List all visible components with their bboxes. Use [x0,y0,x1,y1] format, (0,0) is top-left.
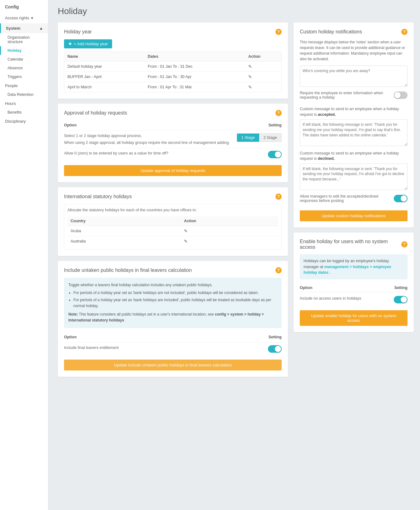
holiday-year-table-scroll[interactable]: Name Dates Action Default holiday year F… [64,51,282,92]
untaken-headers-row: Option Setting [64,332,282,343]
approval-help-icon[interactable]: ? [275,110,282,116]
stage-1-button[interactable]: 1 Stage [237,134,259,142]
sidebar-item-disciplinary[interactable]: Disciplinary [0,117,48,126]
custom-notifications-help-icon[interactable]: ? [401,29,408,35]
holiday-year-header: Holiday year ? [64,29,282,35]
sidebar-item-benefits[interactable]: Benefits [0,108,48,117]
add-holiday-year-button[interactable]: ✚ + Add Holiday year [64,39,112,48]
holiday-year-action[interactable]: ✎ [245,72,281,82]
approval-stage-row: Select 1 or 2 stage holiday approval pro… [64,131,282,148]
holiday-year-action[interactable]: ✎ [245,61,281,72]
sidebar-item-people[interactable]: People [0,81,48,90]
stage-2-button[interactable]: 2 Stage [259,134,281,142]
untaken-toggle-thumb [275,346,281,352]
untaken-title: Include untaken public holidays in final… [64,267,192,273]
approval-header: Approval of holiday requests ? [64,110,282,116]
sidebar-item-triggers[interactable]: Triggers [0,72,48,81]
managers-edit-toggle[interactable] [394,195,408,202]
country-action[interactable]: ✎ [181,236,278,246]
untaken-help-icon[interactable]: ? [275,267,282,273]
declined-message-textarea[interactable] [300,164,408,190]
enable-holiday-info-box: Holidays can be logged by an employee's … [300,254,408,279]
require-info-toggle-thumb [394,92,401,98]
update-enable-holiday-button[interactable]: Update enable holiday for users with no … [300,310,408,326]
require-info-toggle-track[interactable] [394,91,408,99]
sidebar-item-hours[interactable]: Hours [0,99,48,108]
sidebar-system-section[interactable]: System ▲ [0,23,48,33]
holiday-year-name: BUFFER Jan - April [64,72,145,82]
international-header: International statutory holidays ? [64,194,282,200]
plus-icon: ✚ [68,42,72,46]
col-dates-header: Dates [145,52,245,61]
approval-row1-text: Select 1 or 2 stage holiday approval pro… [64,133,230,139]
right-column: Custom holiday notifications ? This mess… [294,22,414,332]
sidebar: Config Access rights ▼ System ▲ Organisa… [0,0,48,510]
untaken-note: Note: This feature considers all public … [68,311,277,323]
sidebar-access-rights[interactable]: Access rights ▼ [0,12,48,23]
international-card: International statutory holidays ? Alloc… [58,187,288,256]
allow-zero-toggle[interactable] [268,151,282,158]
international-title: International statutory holidays [64,194,132,199]
update-approval-button[interactable]: Update approval of holiday requests [64,165,282,176]
untaken-toggle-track[interactable] [268,345,282,353]
untaken-toggle[interactable] [268,345,282,353]
country-name: Australia [67,236,181,246]
require-info-toggle[interactable] [394,91,408,99]
update-custom-notifications-button[interactable]: Update custom holiday notifications [300,210,408,221]
sidebar-item-absence[interactable]: Absence [0,64,48,72]
col-action-header: Action [245,52,281,61]
edit-icon[interactable]: ✎ [184,228,188,233]
untaken-card: Include untaken public holidays in final… [58,261,288,377]
managers-edit-toggle-track[interactable] [394,195,408,202]
main-content: Holiday Holiday year ? ✚ + Add Holiday y… [48,0,420,510]
holiday-year-action[interactable]: ✎ [245,82,281,92]
table-row: Default holiday year From : 01 Jan To : … [64,61,281,72]
sidebar-item-org-structure[interactable]: Organisation structure [0,33,48,46]
edit-icon[interactable]: ✎ [248,85,252,90]
custom-notifications-textarea1[interactable] [300,66,408,87]
untaken-bullet1: For periods of a holiday year set as 'ba… [73,290,277,296]
holiday-year-table: Name Dates Action Default holiday year F… [64,52,281,92]
access-rights-arrow: ▼ [30,16,34,20]
international-table-scroll[interactable]: Allocate the statutory holidays for each… [64,204,282,250]
table-row: Australia ✎ [67,236,278,246]
sidebar-item-data-retention[interactable]: Data Retention [0,90,48,99]
no-access-toggle[interactable] [394,296,408,303]
approval-headers-row: Option Setting [64,120,282,131]
accepted-message-textarea[interactable] [300,119,408,146]
managers-edit-toggle-row: Allow managers to edit the accepted/decl… [300,191,408,206]
int-action-header: Action [181,216,278,226]
sidebar-config-label: Config [0,0,48,12]
international-info-text: Allocate the statutory holidays for each… [67,208,278,213]
edit-icon[interactable]: ✎ [248,64,252,69]
approval-card: Approval of holiday requests ? Option Se… [58,104,288,182]
holiday-year-help-icon[interactable]: ? [275,29,282,35]
table-row: Aruba ✎ [67,226,278,236]
enable-holiday-option-label: Option [300,286,312,290]
no-access-users-text: Include no access users in holidays [300,296,394,302]
holiday-year-dates: From : 01 Apr To : 31 Mar [145,82,245,92]
custom-notifications-header: Custom holiday notifications ? [300,29,408,35]
stage-buttons: 1 Stage 2 Stage [237,133,282,142]
edit-icon[interactable]: ✎ [184,239,188,244]
table-row: BUFFER Jan - April From : 01 Jan To : 30… [64,72,281,82]
sidebar-item-calendar[interactable]: Calendar [0,55,48,64]
enable-holiday-header: Enable holiday for users with no system … [300,239,408,250]
enable-holiday-help-icon[interactable]: ? [401,241,408,248]
table-row: April to March From : 01 Apr To : 31 Mar… [64,82,281,92]
enable-holiday-card: Enable holiday for users with no system … [294,233,414,332]
holiday-year-card: Holiday year ? ✚ + Add Holiday year [58,22,288,99]
international-table: Country Action Aruba ✎ Australia ✎ [67,216,278,246]
no-access-toggle-track[interactable] [394,296,408,303]
holiday-year-name: Default holiday year [64,61,145,72]
international-help-icon[interactable]: ? [275,194,282,200]
country-action[interactable]: ✎ [181,226,278,236]
enable-holiday-title: Enable holiday for users with no system … [300,239,401,250]
approval-title: Approval of holiday requests [64,110,127,116]
edit-icon[interactable]: ✎ [248,74,252,79]
sidebar-item-holiday[interactable]: Holiday [0,46,48,55]
update-untaken-button[interactable]: Update include untaken public holidays i… [64,360,282,370]
toggle-track[interactable] [268,151,282,158]
untaken-info-line1: Toggle whether a leavers final holiday c… [68,282,277,288]
managers-edit-label: Allow managers to edit the accepted/decl… [300,194,394,203]
